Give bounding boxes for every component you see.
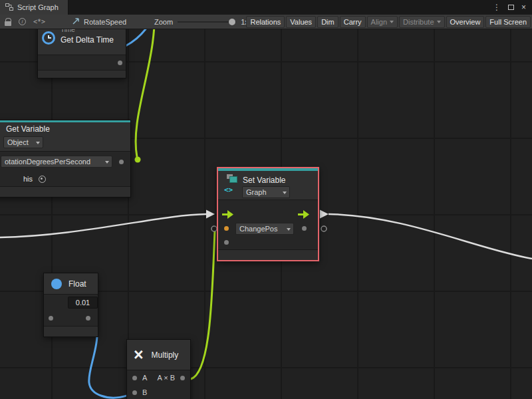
port-ring-right[interactable]: [321, 226, 327, 231]
values-button[interactable]: Values: [286, 16, 316, 28]
code-brackets-icon: <>: [224, 186, 233, 194]
toolbar-buttons: Relations Values Dim Carry Align Distrib…: [246, 15, 532, 29]
relations-button[interactable]: Relations: [246, 16, 285, 28]
node-float[interactable]: Float 0.01: [43, 273, 98, 337]
port-a-label: A: [142, 374, 147, 382]
script-graph-icon: [5, 3, 13, 12]
extra-input-port[interactable]: [224, 240, 229, 245]
node-get-variable[interactable]: Get Variable Object otationDegreesPerSec…: [0, 120, 131, 198]
align-button[interactable]: Align: [367, 16, 398, 28]
graph-toolbar: i <*> RotateSpeed Zoom 1x Relations Valu…: [0, 15, 532, 29]
toolbar-left-icons: i <*>: [5, 15, 45, 29]
scope-dropdown-value: Object: [7, 138, 29, 146]
node-get-delta-time[interactable]: Time Get Delta Time: [37, 29, 126, 78]
node-set-variable[interactable]: <> Set Variable Graph ChangePos: [217, 167, 319, 261]
variable-name-dropdown[interactable]: ChangePos: [235, 223, 294, 235]
target-label: his: [23, 175, 33, 183]
control-input-arrow[interactable]: [222, 210, 234, 219]
variable-name-dropdown[interactable]: otationDegreesPerSecond: [1, 156, 112, 168]
window-controls: ⋮ ×: [493, 0, 532, 15]
node-header: Float: [44, 273, 98, 295]
window-tab-bar: Script Graph ⋮ ×: [0, 0, 532, 15]
info-icon[interactable]: i: [19, 18, 26, 25]
fullscreen-button[interactable]: Full Screen: [485, 16, 531, 28]
node-header: <> Set Variable Graph: [218, 171, 318, 200]
node-title: Float: [68, 279, 86, 289]
zoom-control: Zoom 1x: [154, 15, 249, 29]
float-icon: [51, 279, 62, 289]
port-b-label: B: [142, 388, 147, 396]
wire-green-top[interactable]: [136, 29, 154, 157]
graph-name: RotateSpeed: [84, 18, 126, 26]
green-port-dot[interactable]: [135, 157, 141, 163]
wire-control-out[interactable]: [329, 214, 532, 259]
node-footer: [44, 326, 98, 336]
object-picker-icon[interactable]: [39, 176, 46, 183]
control-output-arrow[interactable]: [298, 210, 310, 219]
tab-script-graph[interactable]: Script Graph: [0, 0, 68, 15]
node-body: ChangePos: [218, 200, 318, 249]
value-output-port[interactable]: [302, 226, 307, 231]
zoom-slider[interactable]: [178, 21, 236, 23]
port-result-label: A × B: [157, 374, 175, 382]
node-multiply[interactable]: × Multiply A A × B B: [126, 339, 191, 399]
variable-box-icon: [229, 176, 237, 183]
scope-dropdown[interactable]: Graph: [242, 186, 290, 198]
graph-canvas[interactable]: Time Get Delta Time Get Variable Object …: [0, 29, 532, 399]
variable-name-value: ChangePos: [239, 225, 278, 233]
chevron-down-icon: [390, 21, 394, 23]
output-port[interactable]: [118, 61, 122, 65]
input-port-b[interactable]: [132, 390, 137, 395]
zoom-label: Zoom: [154, 18, 173, 26]
variable-name-value: otationDegreesPerSecond: [5, 158, 90, 166]
node-header: Time Get Delta Time: [38, 29, 126, 55]
node-title: Set Variable: [243, 176, 285, 185]
wire-arrowhead-in: [206, 210, 215, 219]
lock-icon[interactable]: [5, 21, 11, 26]
graph-breadcrumb[interactable]: RotateSpeed: [72, 15, 126, 29]
node-title: Get Delta Time: [61, 35, 114, 45]
node-title: Multiply: [152, 350, 179, 360]
output-port[interactable]: [86, 316, 90, 321]
close-icon[interactable]: ×: [521, 3, 526, 12]
graph-asset-icon: [72, 17, 80, 27]
overview-button[interactable]: Overview: [446, 16, 485, 28]
menu-icon[interactable]: ⋮: [493, 3, 501, 12]
node-footer: [38, 70, 126, 78]
node-header: × Multiply: [127, 340, 190, 370]
maximize-icon[interactable]: [508, 5, 514, 10]
node-footer: [218, 249, 318, 260]
zoom-slider-handle[interactable]: [229, 19, 235, 25]
wire-green-bottom[interactable]: [191, 231, 215, 379]
input-port[interactable]: [49, 316, 53, 321]
input-port-a[interactable]: [132, 376, 137, 380]
wire-control-in[interactable]: [0, 214, 206, 237]
scope-dropdown-value: Graph: [246, 188, 267, 196]
code-icon[interactable]: <*>: [33, 18, 45, 25]
node-header: Get Variable Object: [0, 122, 130, 152]
float-value-input[interactable]: 0.01: [68, 297, 98, 309]
distribute-button[interactable]: Distribute: [399, 16, 444, 28]
output-port[interactable]: [180, 376, 185, 380]
node-title: Get Variable: [6, 124, 130, 134]
wire-blue-top[interactable]: [126, 29, 151, 46]
value-output-port[interactable]: [119, 160, 124, 164]
node-category: Time: [61, 29, 75, 33]
dim-button[interactable]: Dim: [317, 16, 338, 28]
multiply-icon: ×: [134, 346, 144, 363]
scope-dropdown[interactable]: Object: [3, 136, 43, 148]
port-ring-left[interactable]: [211, 226, 217, 231]
value-input-port[interactable]: [224, 226, 229, 231]
carry-button[interactable]: Carry: [340, 16, 366, 28]
node-footer: [0, 186, 130, 197]
wire-arrowhead-out: [320, 210, 329, 219]
tab-title: Script Graph: [17, 3, 59, 11]
chevron-down-icon: [437, 21, 441, 23]
clock-icon: [41, 31, 56, 48]
